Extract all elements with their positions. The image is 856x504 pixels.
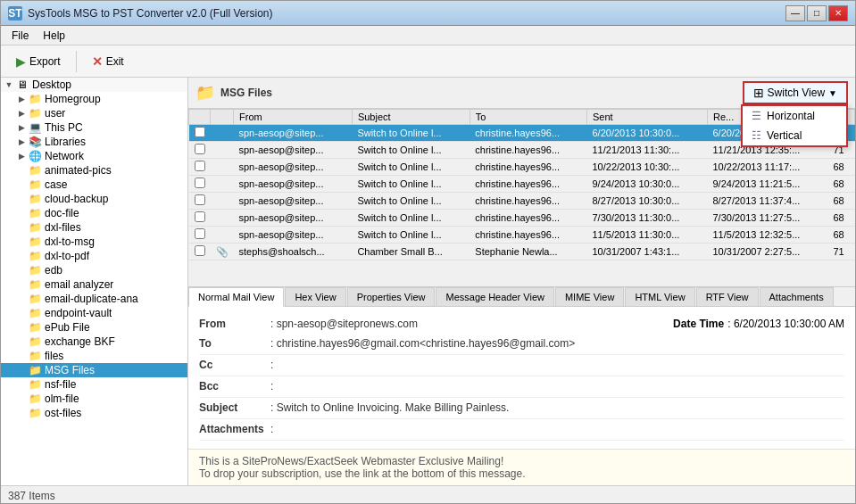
tree-label-doc-file: doc-file: [45, 207, 79, 219]
minimize-button[interactable]: —: [785, 5, 805, 21]
tab-mime-view[interactable]: MIME View: [555, 287, 624, 306]
tree-item-dxl-files[interactable]: ▶ 📁 dxl-files: [1, 220, 187, 235]
tree-item-case[interactable]: ▶ 📁 case: [1, 178, 187, 192]
cell-check[interactable]: [189, 227, 211, 244]
tree-label-email-analyzer: email analyzer: [45, 278, 113, 291]
tree-arrow-network: ▶: [15, 152, 28, 161]
dropdown-item-vertical[interactable]: ☷ Vertical: [743, 126, 846, 145]
folder-icon-doc-file: 📁: [28, 207, 42, 219]
table-row[interactable]: spn-aesop@sitep... Switch to Online l...…: [189, 210, 855, 227]
tree-item-email-analyzer[interactable]: ▶ 📁 email analyzer: [1, 277, 187, 292]
tree-item-user[interactable]: ▶ 📁 user: [1, 106, 187, 120]
cell-received: 9/24/2013 11:21:5...: [707, 176, 827, 193]
tree-item-thispc[interactable]: ▶ 💻 This PC: [1, 120, 187, 135]
table-row[interactable]: spn-aesop@sitep... Switch to Online l...…: [189, 227, 855, 244]
tree-item-nsf-file[interactable]: ▶ 📁 nsf-file: [1, 377, 187, 392]
cell-check[interactable]: [189, 210, 211, 227]
preview-line-1: This is a SiteProNews/ExactSeek Webmaste…: [199, 455, 844, 467]
cell-from: stephs@shoalsch...: [234, 244, 353, 260]
tab-rtf-view[interactable]: RTF View: [696, 287, 759, 306]
cell-sent: 6/20/2013 10:30:0...: [586, 125, 707, 142]
cell-check[interactable]: [189, 142, 211, 159]
folder-icon-libraries: 📚: [28, 136, 42, 148]
cell-check[interactable]: [189, 193, 211, 210]
tree-item-homegroup[interactable]: ▶ 📁 Homegroup: [1, 92, 187, 106]
exit-button[interactable]: ✕ Exit: [84, 51, 132, 72]
folder-icon-edb: 📁: [28, 264, 42, 277]
datetime-label: Date Time: [673, 318, 724, 330]
tree-item-olm-file[interactable]: ▶ 📁 olm-file: [1, 392, 187, 406]
export-button[interactable]: ▶ Export: [8, 51, 69, 72]
tab-html-view[interactable]: HTML View: [625, 287, 694, 306]
tab-message-header-view[interactable]: Message Header View: [436, 287, 553, 306]
tree-item-email-duplicate-ana[interactable]: ▶ 📁 email-duplicate-ana: [1, 292, 187, 306]
tree-item-animated-pics[interactable]: ▶ 📁 animated-pics: [1, 163, 187, 178]
switch-view-dropdown-arrow: ▼: [828, 88, 837, 98]
menu-file[interactable]: File: [4, 28, 36, 44]
tree-label-files: files: [45, 350, 63, 362]
tab-bar: Normal Mail View Hex View Properties Vie…: [188, 287, 855, 307]
cell-size: 71: [828, 244, 855, 260]
tree-item-epub-file[interactable]: ▶ 📁 ePub File: [1, 320, 187, 335]
table-row[interactable]: 📎 stephs@shoalsch... Chamber Small B... …: [189, 244, 855, 260]
folder-icon-exchange-bkf: 📁: [28, 335, 42, 348]
export-icon: ▶: [16, 54, 26, 69]
cell-to: christine.hayes96...: [470, 176, 586, 193]
tree-item-cloud-backup[interactable]: ▶ 📁 cloud-backup: [1, 192, 187, 206]
datetime-value: : 6/20/2013 10:30:00 AM: [727, 318, 844, 330]
cell-to: christine.hayes96...: [470, 210, 586, 227]
tree-item-network[interactable]: ▶ 🌐 Network: [1, 149, 187, 163]
cell-check[interactable]: [189, 125, 211, 142]
tree-item-files[interactable]: ▶ 📁 files: [1, 349, 187, 363]
switch-view-button[interactable]: ⊞ Switch View ▼: [743, 81, 848, 104]
cell-subject: Chamber Small B...: [352, 244, 470, 260]
tree-arrow-thispc: ▶: [15, 123, 28, 132]
menu-help[interactable]: Help: [36, 28, 72, 44]
table-row[interactable]: spn-aesop@sitep... Switch to Online l...…: [189, 159, 855, 176]
cell-received: 10/31/2007 2:27:5...: [707, 244, 827, 260]
tab-normal-mail-view[interactable]: Normal Mail View: [188, 287, 284, 307]
maximize-button[interactable]: □: [807, 5, 827, 21]
tree-item-dxl-to-msg[interactable]: ▶ 📁 dxl-to-msg: [1, 235, 187, 249]
cell-from: spn-aesop@sitep...: [234, 125, 353, 142]
tree-item-edb[interactable]: ▶ 📁 edb: [1, 263, 187, 277]
tree-root-desktop[interactable]: ▼ 🖥 Desktop: [1, 78, 187, 92]
to-value: : christine.hayes96@gmail.com<christine.…: [270, 337, 844, 351]
dropdown-item-horizontal[interactable]: ☰ Horizontal: [743, 106, 846, 126]
cell-check[interactable]: [189, 159, 211, 176]
tree-item-libraries[interactable]: ▶ 📚 Libraries: [1, 135, 187, 149]
cell-size: 68: [828, 193, 855, 210]
tree-item-doc-file[interactable]: ▶ 📁 doc-file: [1, 206, 187, 220]
folder-icon-dxl-files: 📁: [28, 221, 42, 234]
tab-properties-view[interactable]: Properties View: [347, 287, 436, 306]
col-header-to: To: [470, 110, 586, 125]
status-text: 387 Items: [8, 490, 55, 502]
mail-row-attachments: Attachments :: [199, 419, 844, 441]
close-button[interactable]: ✕: [828, 5, 848, 21]
tree-root-label: Desktop: [32, 78, 71, 91]
tree-item-endpoint-vault[interactable]: ▶ 📁 endpoint-vault: [1, 306, 187, 320]
attachments-value: :: [270, 423, 844, 436]
cell-to: christine.hayes96...: [470, 193, 586, 210]
tree-label-epub-file: ePub File: [45, 321, 90, 334]
tree-item-ost-files[interactable]: ▶ 📁 ost-files: [1, 406, 187, 420]
menu-bar: File Help: [1, 26, 855, 45]
tab-hex-view[interactable]: Hex View: [285, 287, 345, 306]
cell-size: 68: [828, 210, 855, 227]
col-header-from: From: [234, 110, 353, 125]
folder-icon-epub-file: 📁: [28, 321, 42, 334]
mail-row-to: To : christine.hayes96@gmail.com<christi…: [199, 334, 844, 355]
tree-item-msg-files[interactable]: ▶ 📁 MSG Files: [1, 363, 187, 377]
table-row[interactable]: spn-aesop@sitep... Switch to Online l...…: [189, 176, 855, 193]
table-row[interactable]: spn-aesop@sitep... Switch to Online l...…: [189, 193, 855, 210]
cell-check[interactable]: [189, 176, 211, 193]
tree-label-ost-files: ost-files: [45, 407, 81, 419]
tree-item-dxl-to-pdf[interactable]: ▶ 📁 dxl-to-pdf: [1, 249, 187, 263]
tree-label-msg-files: MSG Files: [45, 364, 95, 376]
cell-check[interactable]: [189, 244, 211, 260]
toolbar-separator: [76, 51, 77, 72]
tree-item-exchange-bkf[interactable]: ▶ 📁 exchange BKF: [1, 335, 187, 349]
tab-attachments[interactable]: Attachments: [760, 287, 834, 306]
desktop-icon: 🖥: [15, 78, 29, 91]
folder-icon-email-analyzer: 📁: [28, 278, 42, 291]
